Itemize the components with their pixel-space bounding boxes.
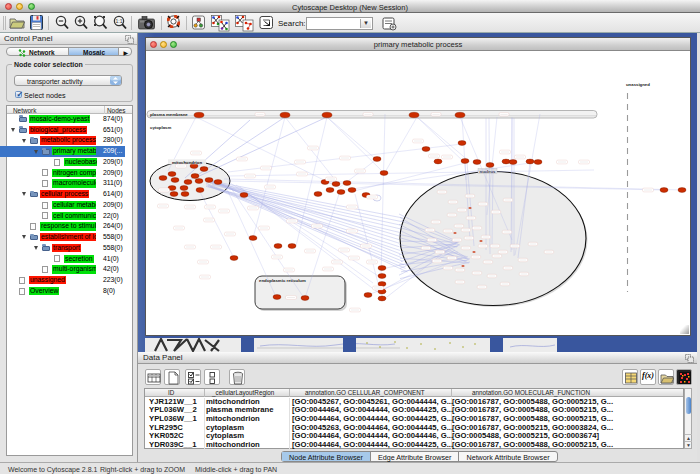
svg-text:1:1: 1:1 bbox=[116, 18, 123, 24]
svg-text:endoplasmic reticulum: endoplasmic reticulum bbox=[259, 278, 306, 283]
svg-text:cytoplasm: cytoplasm bbox=[150, 125, 171, 130]
svg-text:plasma membrane: plasma membrane bbox=[150, 112, 188, 117]
svg-text:mitochondrion: mitochondrion bbox=[172, 160, 202, 165]
svg-text:unassigned: unassigned bbox=[626, 82, 650, 87]
